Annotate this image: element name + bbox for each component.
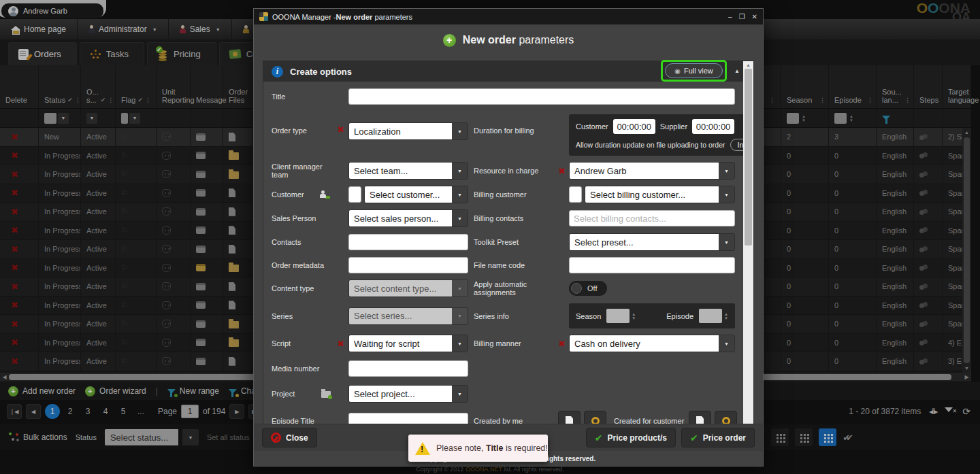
steps-icon[interactable] [919,171,928,177]
steps-icon[interactable] [919,209,928,215]
message-icon[interactable] [196,358,206,365]
flag-icon[interactable]: ⚐ [121,169,129,179]
steps-icon[interactable] [919,339,928,345]
page-number-2[interactable]: 2 [63,404,78,419]
page-number-4[interactable]: 4 [98,404,113,419]
delete-row-icon[interactable]: ✖ [11,169,18,180]
order-files-icon[interactable] [229,339,239,347]
script-dropdown[interactable]: Waiting for script▼ [348,335,468,352]
message-icon[interactable] [196,246,206,253]
season-spinner[interactable]: ▲▼ [606,309,636,323]
order-files-icon[interactable] [229,245,235,254]
price-order-button[interactable]: ✔ Price order [681,428,755,447]
steps-icon[interactable] [919,358,928,365]
delete-row-icon[interactable]: ✖ [11,244,18,254]
set-all-status-button[interactable]: Set all status [207,433,250,441]
grid-active-view-button[interactable] [819,428,836,446]
title-input[interactable] [348,88,735,105]
column-header-episode[interactable]: Episode⋮ [829,65,877,108]
first-page-button[interactable]: ❘◀ [7,404,22,419]
form-scroll-thumb[interactable] [745,69,752,246]
page-number-...[interactable]: ... [133,404,148,419]
previous-page-button[interactable]: ◀ [26,404,41,419]
order-wizard-button[interactable]: + Order wizard [85,386,146,396]
unit-reporting-icon[interactable] [162,301,171,309]
steps-icon[interactable] [919,152,928,158]
add-customer-icon[interactable] [320,190,329,199]
add-new-order-button[interactable]: + Add new order [8,386,76,396]
page-number-5[interactable]: 5 [116,404,131,419]
grid-view-button[interactable] [771,428,789,446]
flag-icon[interactable]: ⚐ [121,356,129,366]
billing-customer-dropdown[interactable]: Select billing customer...▼ [585,186,735,203]
grid-select-view-button[interactable] [795,428,813,446]
message-icon[interactable] [196,339,206,346]
price-products-button[interactable]: ✔ Price product/s [586,428,676,447]
table-vertical-scrollbar[interactable]: ▲ ▼ [962,128,971,373]
flag-icon[interactable]: ⚐ [121,226,129,235]
message-icon[interactable] [196,283,206,290]
billing-manner-dropdown[interactable]: Cash on delivery▼ [569,335,735,352]
dialog-title-bar[interactable]: OOONA Manager -New order parameters – ❐ … [254,9,763,24]
add-project-icon[interactable] [321,391,331,398]
minimize-button[interactable]: – [728,13,732,20]
message-icon[interactable] [196,152,206,159]
column-header-order-files[interactable]: Order Files [223,65,253,108]
order-files-icon[interactable] [229,171,239,179]
unit-reporting-icon[interactable] [162,320,171,328]
unit-reporting-icon[interactable] [162,282,171,290]
order-files-icon[interactable] [229,301,235,309]
scroll-right-icon[interactable]: ▶ [962,374,971,380]
order-type-dropdown[interactable]: Localization▼ [348,122,468,140]
inherited-toggle[interactable]: Inherited [730,139,744,151]
season-filter-spinner[interactable]: ▲▼ [802,114,806,122]
steps-icon[interactable] [919,227,928,233]
auto-assignments-toggle[interactable]: Off [569,281,607,296]
delete-row-icon[interactable]: ✖ [11,150,18,160]
order-files-icon[interactable] [229,152,239,160]
steps-icon[interactable] [919,134,928,140]
column-header-unit-reporting[interactable]: Unit Reporting [157,65,191,108]
message-icon[interactable] [196,189,206,197]
steps-icon[interactable] [919,302,928,308]
steps-icon[interactable] [919,265,928,271]
steps-icon[interactable] [919,321,928,327]
order-files-icon[interactable] [229,357,235,366]
order-files-icon[interactable] [229,226,235,235]
unit-reporting-icon[interactable] [162,226,171,235]
message-icon[interactable] [196,133,206,141]
delete-row-icon[interactable]: ✖ [11,188,18,198]
kebab-menu-icon[interactable]: ⋮ [75,96,81,104]
column-header-kebab[interactable]: ⋮ [764,65,781,108]
user-chip[interactable]: Andrew Garb [1,3,103,18]
column-header-order-status[interactable]: O... s...✔⋮ [81,65,116,108]
order-files-icon[interactable] [229,188,235,197]
form-vertical-scrollbar[interactable]: ▲ ▼ [743,61,753,430]
scroll-left-icon[interactable]: ◀ [0,374,9,380]
order-files-icon[interactable] [229,265,239,272]
unit-reporting-icon[interactable] [162,170,171,178]
column-header-delete[interactable]: Delete [0,65,39,108]
episode-filter-box[interactable] [834,113,847,124]
double-check-icon[interactable]: ✔✔ [843,433,853,443]
billing-customer-checkbox[interactable] [569,186,582,203]
resource-in-charge-dropdown[interactable]: Andrew Garb▼ [569,162,735,180]
unit-reporting-icon[interactable] [162,264,171,272]
close-window-button[interactable]: ✕ [752,13,757,20]
column-header-steps[interactable]: Steps [914,65,943,108]
delete-row-icon[interactable]: ✖ [11,282,18,292]
steps-icon[interactable] [919,246,928,252]
unit-reporting-icon[interactable] [162,133,171,141]
flag-icon[interactable]: ⚐ [121,263,129,273]
duration-customer-input[interactable]: 00:00:00 [613,119,655,134]
customer-checkbox[interactable] [348,186,361,203]
episode-spinner[interactable]: ▲▼ [699,309,728,323]
duration-supplier-input[interactable]: 00:00:00 [692,119,734,134]
delete-row-icon[interactable]: ✖ [11,207,18,217]
column-header-source-language[interactable]: Sou... lan...⋮ [877,65,914,108]
delete-row-icon[interactable]: ✖ [11,263,18,273]
maximize-button[interactable]: ❐ [739,13,745,20]
unit-reporting-icon[interactable] [162,152,171,160]
message-icon[interactable] [196,264,206,271]
status-filter-dropdown[interactable]: ▼ [58,113,69,124]
